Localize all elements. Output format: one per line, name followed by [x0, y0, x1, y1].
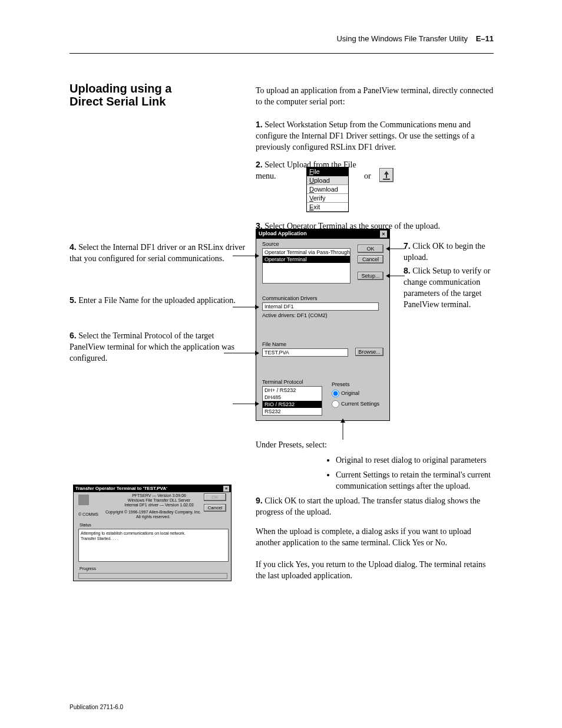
- step-4-text: Select the Internal DF1 driver or an RSL…: [70, 243, 245, 263]
- header-title: Using the Windows File Transfer Utility: [336, 34, 468, 43]
- presets-bullets: Original to reset dialog to original par…: [312, 455, 518, 496]
- step-4-num: 4.: [70, 242, 77, 252]
- browse-button[interactable]: Browse...: [355, 348, 384, 356]
- step-1-num: 1.: [256, 120, 263, 129]
- cancel-button[interactable]: Cancel: [204, 504, 226, 512]
- step-8-text: Click Setup to verify or change communic…: [404, 266, 490, 309]
- step-1-text: Select Workstation Setup from the Commun…: [256, 120, 475, 151]
- section-title-line2: Direct Serial Link: [70, 95, 166, 108]
- preset-bullet-current: Current Settings to retain the terminal'…: [336, 470, 518, 492]
- transfer-dialog: Transfer Operator Terminal to 'TEST.PVA'…: [73, 485, 232, 581]
- header-page-number: E–11: [476, 34, 494, 43]
- step-7: 7. Click OK to begin the upload.: [404, 241, 498, 263]
- intro-paragraph: To upload an application from a PanelVie…: [256, 85, 494, 108]
- step-5-text: Enter a File Name for the uploaded appli…: [78, 296, 236, 305]
- menu-item-download[interactable]: Download: [307, 185, 348, 194]
- file-menu-title[interactable]: File: [307, 167, 348, 176]
- source-row-operator-terminal[interactable]: Operator Terminal: [263, 256, 350, 263]
- close-icon[interactable]: ×: [223, 486, 229, 492]
- upload-dialog-title: Upload Application: [259, 230, 307, 238]
- step-8: 8. Click Setup to verify or change commu…: [404, 265, 504, 311]
- step-5: 5. Enter a File Name for the uploaded ap…: [70, 295, 246, 307]
- step-11: If you click Yes, you return to the Uplo…: [256, 559, 494, 582]
- proto-dh485[interactable]: DH485: [263, 394, 322, 401]
- step-10: When the upload is complete, a dialog as…: [256, 526, 494, 549]
- step-9-text: Click OK to start the upload. The transf…: [256, 496, 480, 516]
- upload-dialog: Upload Application × Source Operator Ter…: [256, 229, 390, 421]
- step-1: 1. Select Workstation Setup from the Com…: [256, 119, 494, 153]
- transfer-dialog-titlebar: Transfer Operator Terminal to 'TEST.PVA'…: [74, 485, 231, 492]
- step-9-num: 9.: [256, 496, 263, 505]
- source-label: Source: [262, 241, 279, 247]
- step-8-num: 8.: [404, 266, 411, 275]
- step-7-num: 7.: [404, 241, 411, 251]
- transfer-dialog-title: Transfer Operator Terminal to 'TEST.PVA': [75, 486, 167, 492]
- proto-rs232[interactable]: RS232: [263, 408, 322, 415]
- terminal-protocol-label: Terminal Protocol: [262, 379, 303, 385]
- app-icon: [78, 495, 89, 505]
- cancel-button[interactable]: Cancel: [358, 255, 384, 263]
- progress-bar: [78, 573, 227, 579]
- file-menu: File Upload Download Verify Exit: [306, 167, 349, 212]
- comms-label: © COMMS: [78, 512, 98, 517]
- step-6: 6. Select the Terminal Protocol of the t…: [70, 330, 246, 364]
- menu-item-verify[interactable]: Verify: [307, 194, 348, 203]
- step-5-num: 5.: [70, 295, 77, 305]
- menu-item-upload[interactable]: Upload: [307, 176, 348, 185]
- preset-bullet-original: Original to reset dialog to original par…: [336, 455, 518, 466]
- step-4: 4. Select the Internal DF1 driver or an …: [70, 242, 246, 265]
- upload-dialog-titlebar: Upload Application ×: [256, 229, 389, 239]
- active-drivers-label: Active drivers: DF1 (COM2): [262, 312, 328, 318]
- upload-toolbar-icon[interactable]: [379, 168, 394, 182]
- presets-label: Presets: [332, 381, 350, 387]
- ok-button[interactable]: OK: [358, 245, 384, 253]
- preset-original-radio[interactable]: Original: [332, 390, 359, 397]
- comm-drivers-select[interactable]: Internal DF1: [262, 302, 379, 311]
- status-line-2: Transfer Started. . . .: [81, 536, 226, 541]
- proto-dhplus[interactable]: DH+ / RS232: [263, 387, 322, 394]
- close-icon[interactable]: ×: [380, 230, 387, 238]
- setup-button[interactable]: Setup...: [358, 272, 384, 280]
- copyright-line-2: All rights reserved.: [103, 515, 203, 519]
- step-6-num: 6.: [70, 331, 77, 340]
- publication-number: Publication 2711-6.0: [70, 704, 123, 710]
- svg-rect-0: [383, 179, 390, 180]
- step-6-text: Select the Terminal Protocol of the targ…: [70, 331, 234, 363]
- step-7-text: Click OK to begin the upload.: [404, 242, 485, 262]
- step-2-num: 2.: [256, 160, 263, 169]
- terminal-protocol-list[interactable]: DH+ / RS232 DH485 RIO / RS232 RS232: [262, 386, 322, 416]
- source-list[interactable]: Operator Terminal via Pass-Through Opera…: [262, 248, 351, 284]
- presets-intro: Under Presets, select:: [256, 440, 373, 451]
- file-name-input[interactable]: TEST.PVA: [262, 348, 348, 357]
- source-row-passthrough[interactable]: Operator Terminal via Pass-Through: [263, 249, 350, 256]
- section-title-line1: Uploading using a: [70, 82, 171, 95]
- version-line-3: Internal DF1 driver — Version 1.02.03: [121, 503, 197, 508]
- file-name-label: File Name: [262, 341, 286, 347]
- ok-button: OK: [204, 493, 226, 501]
- status-textbox: Attempting to establish communications o…: [78, 529, 229, 562]
- preset-current-radio[interactable]: Current Settings: [332, 400, 379, 408]
- status-label: Status: [80, 523, 91, 528]
- menu-item-exit[interactable]: Exit: [307, 203, 348, 212]
- or-label: or: [364, 171, 376, 182]
- comm-drivers-label: Communication Drivers: [262, 295, 318, 301]
- status-line-1: Attempting to establish communications o…: [81, 531, 226, 536]
- progress-label: Progress: [80, 566, 96, 571]
- header-rule: [70, 53, 494, 54]
- step-9: 9. Click OK to start the upload. The tra…: [256, 495, 494, 518]
- proto-rio[interactable]: RIO / RS232: [263, 401, 322, 408]
